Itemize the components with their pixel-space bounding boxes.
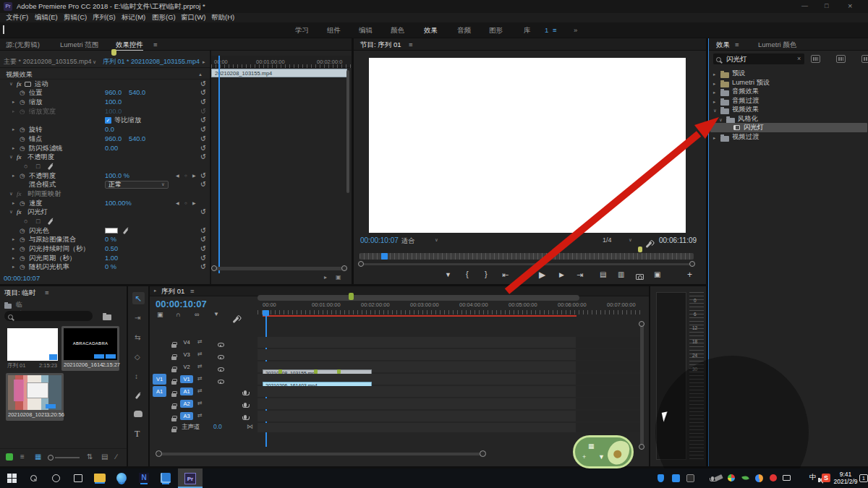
timeline-ruler[interactable]: 00:00 00:01:00:00 00:02:00:00 00:03:00:0… <box>258 301 640 310</box>
project-breadcrumb[interactable]: 临时.prproj <box>4 300 12 308</box>
stopwatch-icon[interactable]: ◷ <box>20 98 25 107</box>
value-x[interactable]: 960.0 <box>105 88 122 98</box>
value[interactable]: 100.00% <box>105 199 132 208</box>
tab-lumetri-color[interactable]: Lumetri 颜色 <box>758 38 796 51</box>
reset-button[interactable]: ↺ <box>200 107 206 116</box>
effect-row-random-strobe[interactable]: ▸ ◷ 随机闪光机率 0 % ↺ <box>0 262 210 272</box>
track-a1[interactable]: A1 A1 ⇄ <box>150 386 649 398</box>
sequence-marker[interactable] <box>638 247 642 252</box>
start-button[interactable] <box>7 474 17 483</box>
play-effect-icon[interactable]: ▸ <box>324 274 327 281</box>
notes-app-icon[interactable]: N <box>139 473 149 483</box>
stopwatch-icon[interactable]: ◷ <box>20 134 25 144</box>
rect-mask-icon[interactable]: □ <box>36 217 40 226</box>
maximize-button[interactable]: □ <box>825 2 828 9</box>
slip-tool[interactable]: ↕ <box>135 372 138 380</box>
tree-item-audio-transitions[interactable]: ▸ 音频过渡 <box>709 96 868 106</box>
sequence-clip-label[interactable]: 序列 01 * 20210208_103155.mp4 <box>103 56 200 68</box>
program-title[interactable]: 节目: 序列 01 <box>360 38 401 51</box>
zoom-slider-track[interactable] <box>55 457 80 458</box>
nest-icon[interactable]: ▣ <box>157 311 163 318</box>
effect-row-strobe-period[interactable]: ▸ ◷ 闪光周期（秒） 1.00 ↺ <box>0 254 210 263</box>
lock-icon[interactable] <box>171 369 176 372</box>
reset-button[interactable]: ↺ <box>200 226 206 236</box>
track-master[interactable]: 主声道 0.0 ⋈ <box>150 423 649 433</box>
taskbar-search-icon[interactable] <box>30 475 37 481</box>
effect-group-opacity[interactable]: ∨ fx 不透明度 ↺ <box>0 153 210 162</box>
panel-chevron-icon[interactable]: ▸ <box>154 288 156 294</box>
lock-icon[interactable] <box>171 381 176 385</box>
linked-selection-icon[interactable]: ∞ <box>195 311 199 318</box>
icon-view-icon[interactable]: ▦ <box>35 453 41 461</box>
stopwatch-icon[interactable]: ◷ <box>20 244 25 254</box>
tab-effects[interactable]: 效果 <box>716 38 730 51</box>
effect-row-rotation[interactable]: ▸ ◷ 旋转 0.0 ↺ <box>0 125 210 134</box>
collapse-icon[interactable]: ▲ <box>198 70 203 80</box>
value[interactable]: 100.0 % <box>105 171 129 181</box>
effect-row-blend-original[interactable]: ▸ ◷ 与原始图像混合 0 % ↺ <box>0 235 210 244</box>
menu-sequence[interactable]: 序列(S) <box>93 13 116 22</box>
effect-row-antiflicker[interactable]: ▸ ◷ 防闪烁滤镜 0.00 ↺ <box>0 144 210 153</box>
reset-button[interactable]: ↺ <box>200 171 206 181</box>
track-select-tool[interactable]: ⇥ <box>135 314 140 322</box>
automate-sequence-icon[interactable]: ▤ <box>101 453 108 461</box>
fit-chevron-icon[interactable]: ∨ <box>435 237 438 243</box>
stopwatch-icon[interactable]: ◷ <box>20 88 25 98</box>
effect-row-scale[interactable]: ▸ ◷ 缩放 100.0 ↺ <box>0 98 210 107</box>
effect-group-strobe[interactable]: ∨ fx 闪光灯 ↺ <box>0 207 210 217</box>
zoom-slider-handle[interactable] <box>48 455 54 461</box>
ec-playhead[interactable] <box>218 56 220 273</box>
tray-ime-icon[interactable]: 中 <box>809 473 817 482</box>
reset-button[interactable]: ↺ <box>200 80 206 89</box>
mix-icon[interactable]: ⋈ <box>247 423 253 430</box>
tray-sogou-icon[interactable]: S <box>822 474 830 482</box>
reset-button[interactable]: ↺ <box>200 262 206 272</box>
tab-source-monitor[interactable]: 源:(无剪辑) <box>6 38 40 51</box>
menu-clip[interactable]: 剪辑(C) <box>64 13 87 22</box>
ellipse-mask-icon[interactable]: ○ <box>24 217 27 226</box>
keyframe-view-icon[interactable]: ▣ <box>336 274 341 281</box>
lock-icon[interactable] <box>171 356 176 360</box>
hscroll-handle-right[interactable] <box>480 450 486 457</box>
stopwatch-icon[interactable]: ◷ <box>20 226 25 236</box>
value-y[interactable]: 540.0 <box>129 88 145 98</box>
type-tool[interactable]: T <box>135 429 140 440</box>
add-keyframe-icon[interactable]: ○ <box>184 171 187 181</box>
ripple-edit-tool[interactable]: ⇆ <box>135 333 140 341</box>
master-clip-label[interactable]: 主要 * 20210208_103155.mp4 <box>4 56 92 68</box>
value[interactable]: 100.0 <box>105 98 122 107</box>
timeline-hscrollbar[interactable] <box>158 453 482 455</box>
menu-help[interactable]: 帮助(H) <box>211 13 234 22</box>
track-a3[interactable]: A3 ⇄ <box>150 411 649 422</box>
source-patch-v1[interactable]: V1 <box>153 374 166 385</box>
source-patch-a1[interactable]: A1 <box>153 386 166 397</box>
blend-mode-value[interactable]: 正常 <box>109 180 122 189</box>
accelerated-effects-badge[interactable] <box>811 55 820 63</box>
project-item-sequence[interactable]: 序列 01 2:15:23 <box>7 328 59 370</box>
divider[interactable] <box>210 51 211 284</box>
effect-row-anchor[interactable]: ◷ 锚点 960.0 540.0 ↺ <box>0 134 210 144</box>
lift-icon[interactable]: ▤ <box>600 270 606 278</box>
search-text[interactable]: 闪光灯 <box>726 55 747 64</box>
program-scrubber[interactable] <box>359 253 694 260</box>
effect-controls-timecode[interactable]: 00:00:10:07 <box>4 274 40 282</box>
menu-edit[interactable]: 编辑(E) <box>35 13 58 22</box>
toggle-track-output-icon[interactable] <box>218 355 224 359</box>
extract-icon[interactable]: ▥ <box>618 270 624 278</box>
workspace-tab-audio[interactable]: 音频 <box>457 26 471 35</box>
reset-button[interactable]: ↺ <box>200 116 206 125</box>
panel-menu-icon[interactable]: ≡ <box>409 38 413 51</box>
tab-effect-controls[interactable]: 效果控件 <box>116 38 143 51</box>
reset-button[interactable]: ↺ <box>200 153 206 162</box>
expand-icon[interactable]: ▸ <box>12 98 14 107</box>
fx-badge[interactable]: fx <box>17 207 22 217</box>
fx-badge[interactable]: fx <box>17 153 22 162</box>
reset-button[interactable]: ↺ <box>200 235 206 244</box>
menu-marker[interactable]: 标记(M) <box>122 13 145 22</box>
stopwatch-icon-active[interactable]: ◷ <box>20 171 25 181</box>
value[interactable]: 0.00 <box>105 144 118 153</box>
selection-tool[interactable]: ↖ <box>135 294 142 304</box>
add-marker-icon[interactable]: ▼ <box>445 271 451 278</box>
reset-button[interactable]: ↺ <box>200 254 206 263</box>
reset-button[interactable]: ↺ <box>200 207 206 217</box>
